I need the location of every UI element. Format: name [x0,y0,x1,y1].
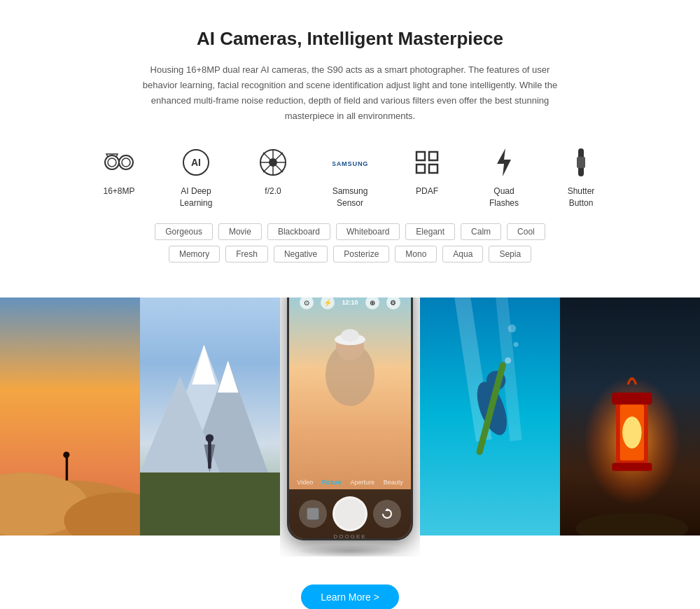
svg-point-2 [119,155,133,169]
page-wrapper: AI Cameras, Intelligent Masterpiece Hous… [0,0,700,609]
phone-screen: ⊙ ⚡ 12:10 ⊕ ⚙ Video Picture Aperture Bea… [289,298,411,539]
svg-rect-15 [416,164,425,173]
feature-item-ai: AI AI DeepLearning [158,145,234,209]
samsung-icon: SAMSUNG [332,145,368,180]
svg-point-50 [505,357,511,363]
hero-section: AI Cameras, Intelligent Masterpiece Hous… [0,0,700,290]
mode-aperture[interactable]: Aperture [350,479,374,486]
photo-mountain [140,298,280,536]
learn-more-button[interactable]: Learn More > [301,584,399,609]
filter-negative[interactable]: Negative [274,246,328,262]
svg-point-11 [269,158,277,167]
svg-rect-19 [577,157,585,168]
filter-gorgeous[interactable]: Gorgeous [155,223,213,240]
filter-whiteboard[interactable]: Whiteboard [336,223,400,240]
mode-video[interactable]: Video [297,479,313,486]
filter-calm[interactable]: Calm [461,223,501,240]
svg-point-3 [122,158,130,167]
filter-sepia[interactable]: Sepia [489,246,531,262]
ai-icon: AI [178,145,214,180]
photo-underwater [420,298,560,536]
filter-aqua[interactable]: Aqua [442,246,483,262]
filter-mono[interactable]: Mono [395,246,437,262]
phone-top-icon-4: ⚙ [386,298,400,310]
camera-icon [102,145,136,180]
filter-elegant[interactable]: Elegant [405,223,455,240]
hero-description: Housing 16+8MP dual rear AI cameras, the… [133,62,567,124]
svg-point-1 [108,158,116,167]
samsung-label: SamsungSensor [332,186,368,209]
icons-row: 16+8MP AI AI DeepLearning [70,145,630,209]
feature-item-camera: 16+8MP [80,145,158,197]
filter-movie[interactable]: Movie [218,223,262,240]
svg-text:SAMSUNG: SAMSUNG [332,160,368,167]
shutter-label: ShutterButton [568,186,595,209]
flash-label: QuadFlashes [489,186,519,209]
phone-top-bar: ⊙ ⚡ 12:10 ⊕ ⚙ [289,298,411,314]
shutter-icon [564,145,598,180]
phone-top-icon-1: ⊙ [300,298,314,310]
svg-rect-32 [140,472,280,536]
flash-icon [486,145,522,180]
svg-rect-42 [307,508,318,519]
svg-point-52 [508,325,516,332]
svg-point-34 [206,434,214,442]
photo-desert [0,298,140,536]
mode-beauty[interactable]: Beauty [384,479,403,486]
filter-blackboard[interactable]: Blackboard [267,223,330,240]
feature-item-shutter: ShutterButton [542,145,620,209]
feature-item-samsung: SAMSUNG SamsungSensor [312,145,388,209]
filter-memory[interactable]: Memory [169,246,220,262]
svg-rect-40 [341,329,359,342]
page-title: AI Cameras, Intelligent Masterpiece [70,28,630,50]
filter-posterize[interactable]: Posterize [333,246,389,262]
svg-rect-13 [416,152,425,160]
phone-mockup: ⊙ ⚡ 12:10 ⊕ ⚙ Video Picture Aperture Bea… [287,298,413,541]
phone-top-icon-2: ⚡ [321,298,335,310]
svg-marker-17 [497,148,511,176]
phone-camera-modes: Video Picture Aperture Beauty [289,479,411,486]
pdaf-label: PDAF [416,186,438,197]
svg-rect-16 [429,164,438,173]
filter-row-2: Memory Fresh Negative Posterize Mono Aqu… [169,246,531,262]
phone-time: 12:10 [342,299,358,306]
svg-rect-24 [66,456,68,480]
camera-label: 16+8MP [103,186,134,197]
photo-lantern [560,298,700,536]
svg-point-51 [514,342,519,347]
aperture-label: f/2.0 [265,186,281,197]
feature-item-flash: QuadFlashes [465,145,542,209]
phone-shadow [298,544,402,556]
svg-point-59 [622,416,641,449]
svg-rect-14 [429,152,438,160]
filter-row-1: Gorgeous Movie Blackboard Whiteboard Ele… [155,223,545,240]
feature-item-pdaf: PDAF [388,145,465,197]
filter-cool[interactable]: Cool [507,223,545,240]
learn-more-section: Learn More > [0,564,700,609]
phone-bottom-bar [289,489,411,538]
ai-label: AI DeepLearning [180,186,213,209]
aperture-icon [255,145,290,180]
svg-point-0 [105,155,119,169]
center-phone: ⊙ ⚡ 12:10 ⊕ ⚙ Video Picture Aperture Bea… [280,298,420,556]
photos-section: ⊙ ⚡ 12:10 ⊕ ⚙ Video Picture Aperture Bea… [0,298,700,564]
svg-rect-58 [612,463,652,470]
filter-section: Gorgeous Movie Blackboard Whiteboard Ele… [70,223,630,262]
phone-top-icon-3: ⊕ [365,298,379,310]
phone-capture-btn[interactable] [332,496,368,531]
feature-item-aperture: f/2.0 [234,145,312,197]
svg-text:AI: AI [191,157,201,168]
filter-fresh[interactable]: Fresh [225,246,268,262]
svg-rect-57 [612,393,652,405]
phone-gallery-btn[interactable] [299,500,327,528]
phone-brand: DOOGEE [333,533,366,540]
pdaf-icon [410,145,444,180]
mode-picture[interactable]: Picture [322,479,342,486]
svg-point-25 [63,451,69,458]
phone-switch-btn[interactable] [373,500,401,528]
